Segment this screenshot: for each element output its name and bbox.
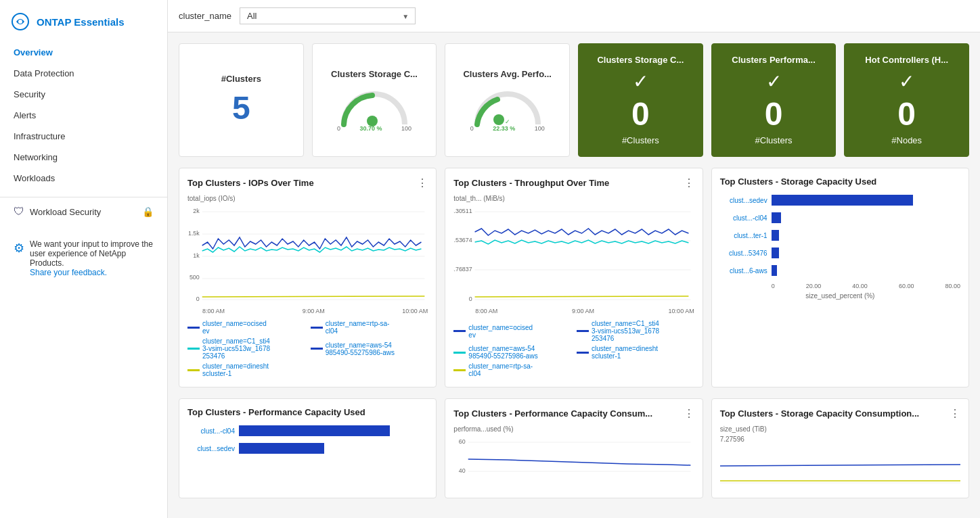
svg-text:✓: ✓	[505, 118, 510, 125]
throughput-x-tick-0: 8:00 AM	[475, 308, 497, 314]
perf-consum-title: Top Clusters - Performance Capacity Cons…	[453, 408, 652, 419]
metric-hot-controllers-green: Hot Controllers (H... ✓ 0 #Nodes	[844, 43, 969, 157]
throughput-legend-4: cluster_name=dineshtscluster-1	[577, 345, 694, 360]
green2-check: ✓	[766, 70, 782, 93]
bar-fill-3	[772, 248, 779, 258]
perf-consum-svg: 60 40	[453, 435, 694, 490]
bar-row-3: clust...53476	[720, 248, 960, 258]
iops-legend-label-0: cluster_name=ocisedev	[202, 320, 267, 335]
green2-value: 0	[765, 95, 783, 133]
metric-clusters-performa-green: Clusters Performa... ✓ 0 #Clusters	[711, 43, 837, 157]
iops-legend-label-2: cluster_name=dineshtscluster-1	[202, 362, 269, 377]
svg-text:9.53674: 9.53674	[453, 237, 472, 243]
sidebar-item-networking[interactable]: Networking	[0, 147, 167, 168]
iops-legend-1: cluster_name=C1_sti43-vsim-ucs513w_16782…	[187, 337, 305, 360]
sidebar-nav: Overview Data Protection Security Alerts…	[0, 42, 167, 194]
feedback-text: We want your input to improve the user e…	[30, 239, 154, 277]
svg-text:2k: 2k	[193, 208, 200, 214]
storage-consum-menu-icon[interactable]: ⋮	[950, 407, 960, 420]
throughput-legend-0: cluster_name=ocisedev	[453, 320, 571, 342]
svg-text:4.76837: 4.76837	[453, 266, 472, 273]
top-bar: cluster_name All	[168, 0, 980, 32]
throughput-legend-label-4: cluster_name=dineshtscluster-1	[592, 345, 658, 360]
green2-sub: #Clusters	[755, 135, 793, 145]
sidebar-item-overview[interactable]: Overview	[0, 42, 167, 63]
svg-text:✓: ✓	[372, 118, 377, 125]
gear-icon: ⚙	[14, 241, 24, 256]
svg-text:40: 40	[459, 467, 466, 474]
bar-track-2	[772, 230, 960, 241]
throughput-chart-menu-icon[interactable]: ⋮	[684, 176, 694, 189]
storage-consum-card: Top Clusters - Storage Capacity Consumpt…	[711, 398, 969, 498]
throughput-chart-svg: 14.30511 9.53674 4.76837 0	[453, 205, 694, 306]
iops-legend-0: cluster_name=ocisedev	[187, 320, 305, 335]
shield-icon: 🛡	[14, 206, 24, 218]
storage-consum-title: Top Clusters - Storage Capacity Consumpt…	[720, 408, 919, 419]
dashboard: #Clusters 5 Clusters Storage C... ✓	[168, 32, 980, 518]
feedback-section: ⚙ We want your input to improve the user…	[0, 229, 167, 288]
feedback-link[interactable]: Share your feedback.	[30, 268, 107, 277]
perf-bar-label-0: clust...-cl04	[187, 427, 235, 435]
iops-x-tick-1: 9:00 AM	[303, 308, 325, 314]
iops-x-ticks: 8:00 AM 9:00 AM 10:00 AM	[187, 308, 428, 314]
iops-chart-svg: 2k 1.5k 1k 500 0	[187, 205, 428, 306]
throughput-legend-label-3: cluster_name=C1_sti43-vsim-ucs513w_16782…	[592, 320, 659, 342]
iops-legend-2: cluster_name=dineshtscluster-1	[187, 362, 305, 377]
bar-fill-2	[772, 230, 779, 241]
bar-track-3	[772, 248, 960, 258]
throughput-legend: cluster_name=ocisedev cluster_name=C1_st…	[453, 320, 694, 379]
sidebar-item-workload-security[interactable]: 🛡 Workload Security 🔒	[0, 200, 167, 223]
ontap-logo-icon	[11, 12, 30, 31]
perf-consum-card: Top Clusters - Performance Capacity Cons…	[445, 398, 703, 498]
perf-gauge-svg: ✓	[470, 87, 545, 128]
green3-check: ✓	[899, 70, 914, 93]
perf-capacity-card: Top Clusters - Performance Capacity Used…	[179, 398, 437, 498]
perf-gauge-min: 0	[470, 125, 474, 132]
perf-gauge-max: 100	[535, 125, 545, 132]
lock-icon: 🔒	[142, 206, 154, 217]
sidebar-item-infrastructure[interactable]: Infrastructure	[0, 126, 167, 147]
perf-bar-track-1	[239, 443, 428, 454]
iops-x-tick-0: 8:00 AM	[202, 308, 225, 314]
bar-label-1: clust...-cl04	[720, 214, 767, 222]
green3-title: Hot Controllers (H...	[865, 55, 948, 65]
perf-gauge-wrapper: ✓ 0 22.33 % 100	[456, 87, 558, 132]
iops-legend-line-4	[311, 348, 323, 350]
svg-text:500: 500	[190, 274, 200, 281]
bar-label-2: clust...ter-1	[720, 232, 767, 239]
perf-bar-row-1: clust...sedev	[187, 443, 428, 454]
sidebar-item-alerts[interactable]: Alerts	[0, 105, 167, 126]
perf-consum-menu-icon[interactable]: ⋮	[684, 407, 694, 420]
perf-bar-fill-1	[239, 443, 324, 454]
metric-clusters-storage-c-green: Clusters Storage C... ✓ 0 #Clusters	[578, 43, 703, 157]
sidebar-item-data-protection[interactable]: Data Protection	[0, 63, 167, 84]
storage-capacity-bar-area: clust...sedev clust...-cl04 clust...ter-…	[720, 195, 960, 276]
iops-chart-menu-icon[interactable]: ⋮	[417, 176, 428, 189]
bar-label-3: clust...53476	[720, 250, 767, 257]
perf-capacity-title: Top Clusters - Performance Capacity Used	[187, 407, 365, 417]
iops-chart-header: Top Clusters - IOPs Over Time ⋮	[187, 176, 428, 189]
storage-capacity-chart-card: Top Clusters - Storage Capacity Used clu…	[711, 168, 969, 387]
metric-clusters-storage-gauge: Clusters Storage C... ✓ 0 30.70 % 100	[312, 43, 437, 157]
storage-capacity-chart-title: Top Clusters - Storage Capacity Used	[720, 176, 877, 187]
sidebar-item-workloads[interactable]: Workloads	[0, 168, 167, 189]
iops-legend-label-3: cluster_name=rtp-sa-cl04	[326, 320, 390, 335]
x-tick-2: 40.00	[852, 283, 868, 289]
iops-legend-label-4: cluster_name=aws-54985490-55275986-aws	[326, 342, 395, 356]
sidebar-logo: ONTAP Essentials	[0, 7, 167, 42]
iops-legend-4: cluster_name=aws-54985490-55275986-aws	[311, 337, 428, 360]
throughput-legend-1: cluster_name=aws-54985490-55275986-aws	[453, 345, 571, 360]
sidebar-item-security[interactable]: Security	[0, 84, 167, 105]
throughput-chart-card: Top Clusters - Throughput Over Time ⋮ to…	[445, 168, 703, 387]
iops-chart-area: 2k 1.5k 1k 500 0	[187, 205, 428, 306]
iops-legend-line-3	[311, 327, 323, 329]
gauge-value: 30.70 %	[359, 125, 382, 132]
perf-consum-header: Top Clusters - Performance Capacity Cons…	[453, 407, 694, 420]
storage-gauge-wrapper: ✓ 0 30.70 % 100	[324, 87, 426, 132]
storage-consum-chart-area	[720, 446, 960, 486]
bar-fill-1	[772, 212, 781, 223]
iops-chart-card: Top Clusters - IOPs Over Time ⋮ total_io…	[179, 168, 437, 387]
cluster-name-filter[interactable]: All	[240, 7, 416, 24]
svg-point-4	[493, 114, 504, 125]
main-content: cluster_name All #Clusters 5 Clusters St…	[168, 0, 980, 518]
